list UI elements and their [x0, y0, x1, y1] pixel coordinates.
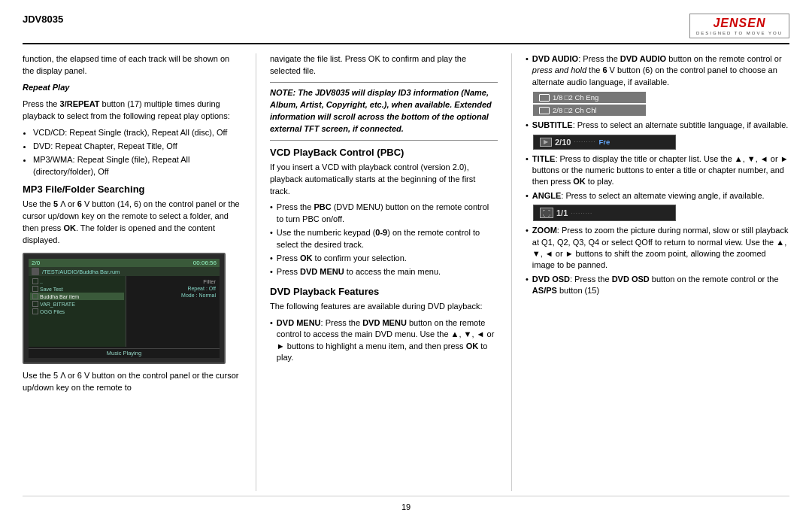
divider2 — [270, 140, 498, 141]
channel-1-label: 1/8 □2 Ch Eng — [553, 93, 598, 102]
ss-item-label: VAR_BITRATE — [40, 302, 75, 307]
list-item: Save Test — [30, 285, 124, 293]
ss-time: 00:06:56 — [193, 259, 217, 266]
bullet-text: DVD AUDIO: Press the DVD AUDIO button on… — [532, 53, 789, 88]
channel-2-label: 2/8 □2 Ch Chl — [553, 106, 597, 114]
ss-mode-text: Mode : Normal — [181, 293, 216, 298]
ss-item-label: Save Test — [40, 287, 63, 292]
bullet-dot: • — [526, 190, 529, 202]
channel-displays: 1/8 □2 Ch Eng 2/8 □2 Ch Chl — [533, 92, 789, 116]
vcd-bullet-2: • Use the numberic keypad (0-9) on the r… — [270, 227, 498, 250]
navigate-text: navigate the file list. Press OK to conf… — [270, 53, 498, 77]
folder-icon — [32, 268, 39, 275]
note-italic: NOTE: The JDV8035 will display ID3 infor… — [270, 87, 498, 135]
divider — [270, 82, 498, 83]
folder-icon-small — [32, 308, 38, 314]
bullet-text: Press the PBC (DVD MENU) button on the r… — [277, 202, 498, 225]
col-left: function, the elapsed time of each track… — [23, 53, 256, 491]
list-item: OGG Files — [30, 308, 124, 315]
bullet-dot: • — [526, 153, 529, 165]
repeat-play-body: Press the 3/REPEAT button (17) multiple … — [23, 99, 242, 123]
list-item: .. — [30, 278, 124, 285]
page-number: 19 — [23, 496, 789, 511]
content-area: function, the elapsed time of each track… — [23, 53, 789, 491]
ss-top-bar: 2/0 00:06:56 — [29, 259, 220, 267]
repeat-play-heading: Repeat Play — [23, 82, 242, 94]
vcd-body: If you insert a VCD with playback contro… — [270, 162, 498, 198]
bullet-dot: • — [270, 266, 273, 278]
bullet-dot: • — [526, 274, 529, 285]
channel-1: 1/8 □2 Ch Eng — [533, 92, 646, 103]
screenshot-box: 2/0 00:06:56 /TEST/AUDIO/Buddha Bar.rum … — [23, 253, 226, 364]
bullet-dot: • — [526, 225, 529, 236]
list-item: VAR_BITRATE — [30, 300, 124, 308]
dvd-body: The following features are available dur… — [270, 301, 498, 313]
col-right: • DVD AUDIO: Press the DVD AUDIO button … — [511, 53, 789, 491]
page: JDV8035 JENSEN DESIGNED TO MOVE YOU func… — [0, 0, 812, 525]
angle-bullet: • ANGLE: Press to select an alternate vi… — [526, 190, 789, 202]
title-bullet: • TITLE: Press to display the title or c… — [526, 153, 789, 188]
list-item: VCD/CD: Repeat Single (track), Repeat Al… — [33, 127, 242, 138]
ch-icon2 — [539, 107, 550, 114]
intro-text: function, the elapsed time of each track… — [23, 53, 242, 77]
osd-dots: ········· — [574, 138, 595, 145]
ss-filter-rows: Repeat : Off — [129, 285, 217, 292]
list-item: DVD: Repeat Chapter, Repeat Title, Off — [33, 141, 242, 152]
mp3-heading: MP3 File/Folder Searching — [23, 184, 242, 195]
ch-icon — [539, 94, 550, 102]
bullet-dot: • — [270, 227, 273, 238]
bullet-dot: • — [270, 317, 273, 329]
play-icon: ▶ — [540, 138, 552, 147]
mp3-body: Use the 5 Λ or 6 V button (14, 6) on the… — [23, 199, 242, 247]
repeat-options-list: VCD/CD: Repeat Single (track), Repeat Al… — [33, 127, 242, 178]
logo-sub: DESIGNED TO MOVE YOU — [696, 31, 783, 35]
subtitle-bullet: • SUBTITLE: Press to select an alternate… — [526, 120, 789, 131]
file-icon-small — [32, 293, 38, 299]
angle-display: ⛶ 1/1 ········· — [533, 205, 676, 221]
bullet-text: DVD OSD: Press the DVD OSD button on the… — [532, 274, 789, 297]
page-title: JDV8035 — [23, 14, 63, 25]
bullet-text: TITLE: Press to display the title or cha… — [532, 153, 789, 188]
bullet-text: ANGLE: Press to select an alternate view… — [532, 190, 765, 202]
bullet-dot: • — [270, 253, 273, 264]
angle-dots: ········· — [571, 210, 592, 217]
vcd-bullet-1: • Press the PBC (DVD MENU) button on the… — [270, 202, 498, 225]
bullet-text: Press DVD MENU to access the main menu. — [277, 266, 441, 278]
ss-path: /TEST/AUDIO/Buddha Bar.rum — [42, 269, 120, 275]
ss-main-area: .. Save Test Buddha Bar item — [29, 276, 220, 347]
bullet-dot: • — [270, 202, 273, 213]
dvd-audio-bullet: • DVD AUDIO: Press the DVD AUDIO button … — [526, 53, 789, 88]
ss-path-bar: /TEST/AUDIO/Buddha Bar.rum — [29, 267, 220, 276]
bullet-text: Press OK to confirm your selection. — [277, 253, 407, 264]
bullet-text: ZOOM: Press to zoom the picture during n… — [532, 225, 789, 272]
ss-file-list: .. Save Test Buddha Bar item — [29, 276, 126, 347]
note-text: NOTE: The JDV8035 will display ID3 infor… — [270, 88, 492, 133]
ss-item-label: OGG Files — [40, 309, 65, 314]
logo: JENSEN DESIGNED TO MOVE YOU — [689, 14, 789, 38]
footer-text: Use the 5 Λ or 6 V button on the control… — [23, 370, 242, 394]
bullet-text: Use the numberic keypad (0-9) on the rem… — [277, 227, 498, 250]
bullet-text: SUBTITLE: Press to select an alternate s… — [532, 120, 789, 131]
osd-display: ▶ 2/10 ········· Fre — [533, 135, 676, 150]
folder-icon-small — [32, 286, 38, 292]
channel-2: 2/8 □2 Ch Chl — [533, 105, 646, 116]
osd-label: Fre — [598, 138, 610, 146]
ss-filter-label: Filter — [129, 278, 217, 285]
dvd-menu-bullet: • DVD MENU: Press the DVD MENU button on… — [270, 317, 498, 364]
file-icon-small — [32, 301, 38, 307]
vcd-bullet-3: • Press OK to confirm your selection. — [270, 253, 498, 264]
bullet-dot: • — [526, 120, 529, 131]
list-item-active: Buddha Bar item — [30, 293, 124, 300]
vcd-bullet-4: • Press DVD MENU to access the main menu… — [270, 266, 498, 278]
ss-item-label: .. — [40, 279, 43, 284]
bullet-text: DVD MENU: Press the DVD MENU button on t… — [277, 317, 498, 364]
dvd-heading: DVD Playback Features — [270, 286, 498, 297]
ss-mode-row: Mode : Normal — [129, 292, 217, 299]
ss-repeat-row: Repeat : Off — [187, 286, 216, 291]
osd-num: 2/10 — [555, 138, 571, 147]
vcd-heading: VCD PlayBack Control (PBC) — [270, 147, 498, 158]
ss-counter: 2/0 — [32, 259, 40, 266]
zoom-bullet: • ZOOM: Press to zoom the picture during… — [526, 225, 789, 272]
folder-icon-small — [32, 278, 38, 284]
bullet-dot: • — [526, 53, 529, 65]
